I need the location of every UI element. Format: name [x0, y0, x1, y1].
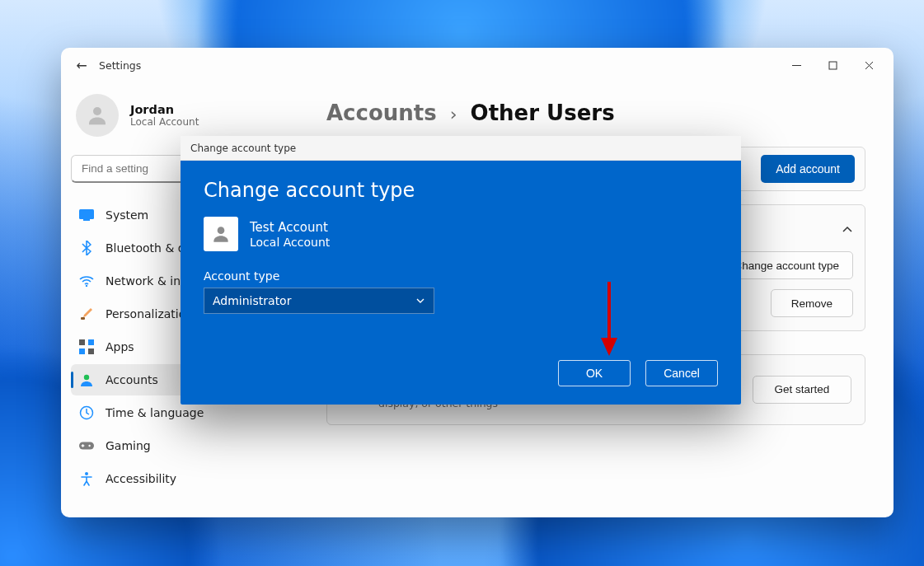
dialog-user-block: Test Account Local Account — [204, 217, 718, 251]
brush-icon — [79, 306, 94, 321]
globe-clock-icon — [79, 405, 94, 420]
account-type-selected: Administrator — [213, 294, 291, 307]
display-icon — [79, 208, 94, 222]
svg-rect-6 — [81, 317, 85, 320]
person-icon — [79, 372, 94, 387]
wifi-icon — [79, 274, 94, 288]
profile-name: Jordan — [130, 103, 199, 116]
account-type-select[interactable]: Administrator — [204, 288, 434, 314]
kiosk-get-started-button[interactable]: Get started — [753, 376, 851, 404]
breadcrumb: Accounts › Other Users — [326, 101, 865, 125]
svg-rect-0 — [829, 62, 837, 69]
dialog-heading: Change account type — [204, 179, 718, 202]
sidebar-item-label: System — [106, 208, 148, 222]
svg-rect-3 — [79, 209, 94, 219]
close-button[interactable] — [851, 53, 887, 77]
ok-button[interactable]: OK — [558, 360, 631, 386]
svg-rect-7 — [79, 339, 85, 345]
add-account-button[interactable]: Add account — [761, 155, 855, 183]
remove-account-button[interactable]: Remove — [771, 289, 853, 317]
svg-point-5 — [86, 285, 87, 287]
sidebar-item-accessibility[interactable]: Accessibility — [71, 463, 298, 494]
svg-rect-9 — [79, 348, 85, 354]
chevron-up-icon[interactable] — [842, 224, 853, 236]
sidebar-item-gaming[interactable]: Gaming — [71, 430, 298, 461]
dialog-user-name: Test Account — [250, 219, 330, 236]
svg-point-1 — [93, 107, 101, 115]
sidebar-item-label: Apps — [106, 340, 134, 353]
avatar — [76, 94, 119, 137]
svg-rect-4 — [83, 219, 90, 221]
account-type-label: Account type — [204, 269, 718, 283]
profile-sub: Local Account — [130, 116, 199, 128]
sidebar-item-label: Accessibility — [106, 472, 176, 485]
window-titlebar: ← Settings — [61, 48, 894, 82]
maximize-button[interactable] — [814, 53, 851, 77]
app-title: Settings — [99, 59, 141, 72]
sidebar-item-label: Gaming — [106, 439, 151, 452]
sidebar-item-label: Accounts — [106, 373, 158, 386]
chevron-down-icon — [415, 296, 425, 306]
sidebar-item-label: Time & language — [106, 406, 204, 419]
dialog-user-sub: Local Account — [250, 236, 330, 249]
dialog-titlebar-text: Change account type — [190, 143, 296, 154]
chevron-right-icon: › — [450, 104, 457, 124]
apps-icon — [79, 339, 94, 354]
accessibility-icon — [79, 471, 94, 486]
svg-rect-8 — [88, 339, 94, 345]
avatar — [204, 217, 238, 251]
dialog-titlebar: Change account type — [181, 136, 741, 161]
svg-point-14 — [88, 445, 90, 447]
gamepad-icon — [79, 438, 94, 453]
bluetooth-icon — [79, 241, 94, 255]
svg-point-15 — [85, 472, 88, 475]
svg-point-17 — [218, 227, 225, 234]
minimize-button[interactable] — [778, 53, 814, 77]
breadcrumb-parent[interactable]: Accounts — [326, 101, 437, 125]
svg-rect-10 — [88, 348, 94, 354]
cancel-button[interactable]: Cancel — [645, 360, 718, 386]
change-account-type-dialog: Change account type Change account type … — [181, 136, 741, 405]
back-button[interactable]: ← — [73, 58, 91, 73]
svg-rect-13 — [79, 442, 94, 450]
breadcrumb-current: Other Users — [471, 101, 615, 125]
svg-point-11 — [84, 375, 89, 380]
